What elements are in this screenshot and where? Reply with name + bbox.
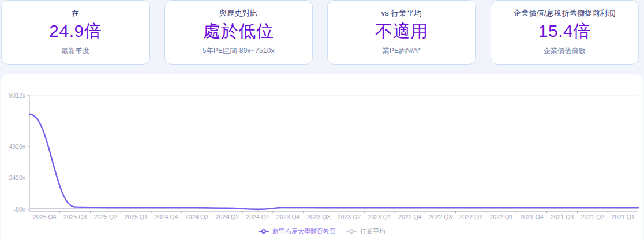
y-tick-label: -80x [14, 206, 26, 213]
legend-label: 行業平均 [360, 227, 385, 236]
chart-legend: 新罕布夏大學體育教育 行業平均 [1, 225, 643, 238]
card-pe-latest: 在 24.9倍 最新季度 [1, 0, 150, 65]
x-tick-label: 2021 Q4 [520, 213, 543, 220]
x-tick-label: 2022 Q4 [398, 213, 421, 220]
card-subtitle: 5年PE區間-80x~7510x [165, 46, 313, 56]
x-tick-label: 2025 Q2 [94, 213, 117, 220]
card-value: 15.4倍 [491, 21, 639, 41]
card-vs-industry: vs 行業平均 不適用 業PE約N/A* [327, 0, 476, 65]
card-subtitle: 企業價值倍數 [491, 46, 639, 56]
x-tick-label: 2021 Q1 [611, 213, 634, 220]
x-tick-label: 2023 Q3 [307, 213, 330, 220]
card-value: 不適用 [328, 21, 475, 41]
x-tick-label: 2025 Q4 [33, 213, 56, 220]
card-ev-ebitda: 企業價值/息稅折舊攤提前利潤 15.4倍 企業價值倍數 [491, 0, 639, 65]
y-tick-label: 4920x [9, 143, 25, 150]
card-title: 企業價值/息稅折舊攤提前利潤 [491, 8, 639, 18]
x-tick-label: 2025 Q1 [124, 213, 147, 220]
y-tick-label: 9012x [9, 92, 25, 99]
card-subtitle: 業PE約N/A* [328, 46, 475, 56]
legend-label: 新罕布夏大學體育教育 [272, 227, 336, 236]
pe-history-chart-svg: -80x2420x4920x9012x2025 Q42025 Q32025 Q2… [1, 81, 643, 225]
card-title: 在 [2, 8, 149, 18]
card-value: 處於低位 [165, 21, 313, 41]
legend-item-industry[interactable]: 行業平均 [346, 227, 385, 236]
pe-history-chart: -80x2420x4920x9012x2025 Q42025 Q32025 Q2… [1, 81, 643, 225]
x-tick-label: 2025 Q3 [63, 213, 87, 220]
x-tick-label: 2023 Q4 [276, 213, 299, 220]
x-tick-label: 2022 Q3 [429, 213, 452, 220]
legend-item-company[interactable]: 新罕布夏大學體育教育 [259, 227, 336, 236]
pe-history-chart-panel: -80x2420x4920x9012x2025 Q42025 Q32025 Q2… [1, 74, 643, 240]
card-subtitle: 最新季度 [2, 46, 149, 56]
x-tick-label: 2023 Q1 [368, 213, 391, 220]
stat-cards-row: 在 24.9倍 最新季度 與歷史對比 處於低位 5年PE區間-80x~7510x… [0, 0, 644, 65]
legend-marker-icon [346, 231, 357, 232]
x-tick-label: 2024 Q2 [216, 213, 239, 220]
x-tick-label: 2024 Q3 [185, 213, 208, 220]
legend-marker-icon [259, 231, 269, 232]
x-tick-label: 2024 Q1 [246, 213, 269, 220]
x-tick-label: 2023 Q2 [338, 213, 361, 220]
x-tick-label: 2024 Q4 [155, 213, 178, 220]
x-tick-label: 2021 Q3 [551, 213, 574, 220]
card-history-compare: 與歷史對比 處於低位 5年PE區間-80x~7510x [164, 0, 313, 65]
company-series-line [29, 114, 638, 209]
y-tick-label: 2420x [9, 174, 25, 181]
card-title: 與歷史對比 [165, 8, 313, 18]
card-title: vs 行業平均 [328, 8, 475, 18]
x-tick-label: 2022 Q2 [459, 213, 482, 220]
card-value: 24.9倍 [2, 21, 149, 41]
x-tick-label: 2022 Q1 [489, 213, 512, 220]
x-tick-label: 2021 Q2 [581, 213, 604, 220]
